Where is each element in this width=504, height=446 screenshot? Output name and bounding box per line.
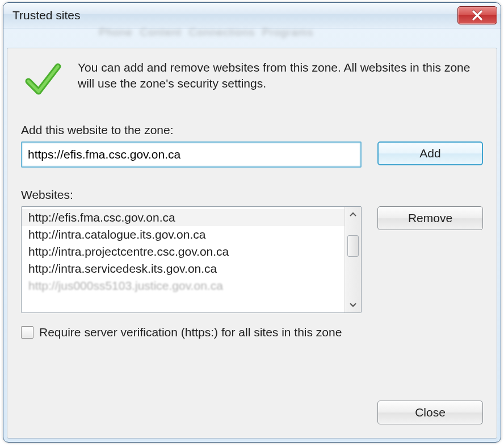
chevron-down-icon [350,301,356,308]
remove-button[interactable]: Remove [377,206,483,230]
list-scrollbar[interactable] [345,207,361,312]
list-item[interactable]: http://intra.servicedesk.its.gov.on.ca [22,260,345,277]
require-https-checkbox[interactable] [21,326,33,339]
window-title: Trusted sites [12,9,80,22]
add-website-label: Add this website to the zone: [21,123,483,137]
list-item[interactable]: http://efis.fma.csc.gov.on.ca [22,209,345,226]
add-button[interactable]: Add [377,141,483,165]
dialog-body: You can add and remove websites from thi… [7,48,497,439]
add-website-input[interactable] [21,141,362,168]
dialog-footer: Close [21,378,483,424]
window-close-button[interactable] [457,6,497,24]
websites-label: Websites: [21,188,483,202]
websites-listbox[interactable]: http://efis.fma.csc.gov.on.cahttp://intr… [21,206,362,313]
trusted-sites-dialog: Trusted sites Phone Content Connections … [3,2,501,443]
background-tabs-blurred: Phone Content Connections Programs [8,23,313,39]
checkmark-icon [21,60,65,101]
list-item[interactable]: http://intra.projectcentre.csc.gov.on.ca [22,243,345,260]
scroll-down-button[interactable] [345,297,361,312]
close-button[interactable]: Close [377,401,483,424]
intro-row: You can add and remove websites from thi… [21,60,483,101]
chevron-up-icon [350,211,356,218]
websites-row: http://efis.fma.csc.gov.on.cahttp://intr… [21,206,483,313]
list-item[interactable]: http://intra.catalogue.its.gov.on.ca [22,226,345,243]
scroll-up-button[interactable] [345,207,361,223]
intro-text: You can add and remove websites from thi… [78,60,483,92]
scroll-track[interactable] [345,223,361,297]
require-https-label: Require server verification (https:) for… [39,326,342,339]
list-item[interactable]: http://jus000ss5103.justice.gov.on.ca [22,277,345,294]
scroll-thumb[interactable] [347,235,359,257]
close-icon [471,9,484,22]
add-website-row: Add [21,141,483,168]
require-https-row: Require server verification (https:) for… [21,326,483,339]
